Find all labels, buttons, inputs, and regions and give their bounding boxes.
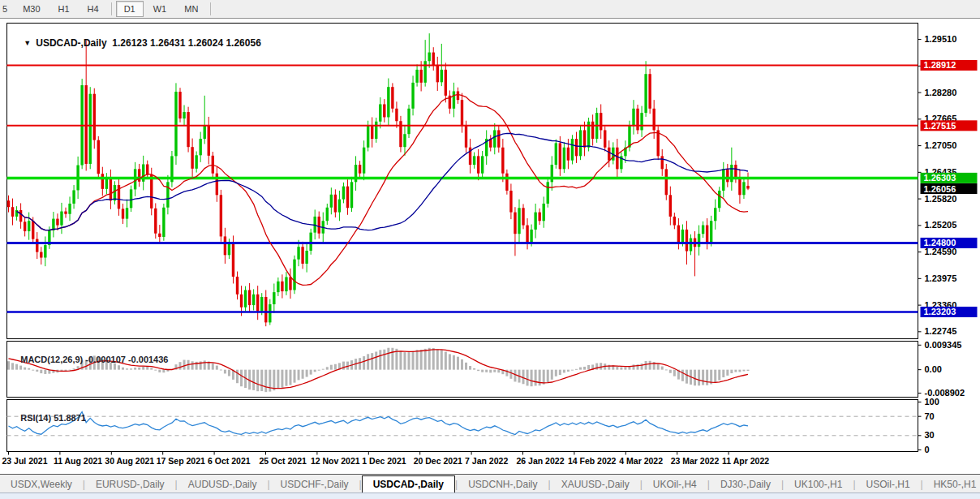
axis-price-label: 1.27515 xyxy=(921,120,978,131)
tab-ukoil-h4[interactable]: UKOil-,H4 xyxy=(643,477,707,493)
toolbar-separator xyxy=(111,2,112,15)
tab-hk50-h1[interactable]: HK50-,H1 xyxy=(923,477,980,493)
tab-usoil-h1[interactable]: USOil-,H1 xyxy=(856,477,921,493)
svg-text:4 Mar 2022: 4 Mar 2022 xyxy=(619,456,663,466)
macd-indicator-label: MACD(12,26,9) -0.000107 -0.001436 xyxy=(11,345,168,374)
svg-text:26 Jan 2022: 26 Jan 2022 xyxy=(517,456,565,466)
svg-text:1.29510: 1.29510 xyxy=(925,34,957,44)
svg-text:14 Feb 2022: 14 Feb 2022 xyxy=(568,456,617,466)
timeframe-button-mn[interactable]: MN xyxy=(176,1,206,17)
timeframe-button-h1[interactable]: H1 xyxy=(50,1,78,17)
svg-text:30: 30 xyxy=(925,430,935,440)
svg-text:12 Nov 2021: 12 Nov 2021 xyxy=(311,456,360,466)
rsi-label-text: RSI(14) xyxy=(20,413,51,423)
svg-text:0.009345: 0.009345 xyxy=(925,340,962,350)
svg-text:23 Mar 2022: 23 Mar 2022 xyxy=(671,456,720,466)
chart-symbol-label: USDCAD-,Daily xyxy=(36,37,106,49)
status-strip xyxy=(0,493,980,499)
timeframe-button-5[interactable]: 5 xyxy=(1,1,13,17)
svg-text:70: 70 xyxy=(925,411,935,421)
tab-usdchf-daily[interactable]: USDCHF-,Daily xyxy=(270,477,359,493)
symbol-dropdown-icon[interactable]: ▼ xyxy=(24,39,31,47)
svg-text:30 Aug 2021: 30 Aug 2021 xyxy=(105,456,154,466)
svg-text:0.00: 0.00 xyxy=(925,364,942,374)
svg-text:1.23975: 1.23975 xyxy=(925,273,957,283)
chart-ohlc-values: 1.26123 1.26431 1.26024 1.26056 xyxy=(112,37,261,49)
macd-axis: 0.0093450.00-0.008902 xyxy=(918,340,965,398)
svg-text:1.24800: 1.24800 xyxy=(924,238,956,247)
tab-xauusd-daily[interactable]: XAUUSD-,Daily xyxy=(551,477,640,493)
tab-uk100-h1[interactable]: UK100-,H1 xyxy=(784,477,853,493)
axis-price-label: 1.24800 xyxy=(921,238,978,248)
axis-price-label: 1.26303 xyxy=(921,173,978,183)
svg-text:1.25820: 1.25820 xyxy=(925,194,957,204)
rsi-value-text: 51.8871 xyxy=(54,413,86,423)
chart-title: ▼USDCAD-,Daily 1.26123 1.26431 1.26024 1… xyxy=(13,26,261,60)
timeframe-button-d1[interactable]: D1 xyxy=(116,1,144,17)
svg-text:1.26303: 1.26303 xyxy=(924,173,956,183)
chart-window[interactable]: 1.295101.288951.282801.276651.270501.264… xyxy=(0,19,980,473)
svg-text:11 Apr 2022: 11 Apr 2022 xyxy=(722,456,769,466)
axis-price-label: 1.26056 xyxy=(921,183,978,194)
svg-text:1 Dec 2021: 1 Dec 2021 xyxy=(362,456,406,466)
timeframe-toolbar: 5M30H1H4D1W1MN xyxy=(0,0,980,19)
svg-text:1.26056: 1.26056 xyxy=(924,184,956,194)
rsi-indicator-label: RSI(14) 51.8871 xyxy=(11,403,86,432)
svg-text:1.25205: 1.25205 xyxy=(925,220,957,230)
svg-text:0: 0 xyxy=(925,445,930,454)
tab-usdcad-daily[interactable]: USDCAD-,Daily xyxy=(362,475,455,493)
svg-text:7 Jan 2022: 7 Jan 2022 xyxy=(465,456,508,466)
svg-text:100: 100 xyxy=(925,397,939,407)
tab-eurusd-daily[interactable]: EURUSD-,Daily xyxy=(85,477,175,493)
svg-text:1.28280: 1.28280 xyxy=(925,88,957,97)
svg-text:23 Jul 2021: 23 Jul 2021 xyxy=(2,456,48,466)
date-axis: 23 Jul 202111 Aug 202130 Aug 202117 Sep … xyxy=(2,452,770,466)
svg-text:1.28912: 1.28912 xyxy=(924,60,956,70)
svg-text:1.22745: 1.22745 xyxy=(925,326,957,336)
rsi-pane xyxy=(7,400,918,452)
tab-usdx-weekly[interactable]: USDX,Weekly xyxy=(0,477,83,493)
svg-text:20 Dec 2021: 20 Dec 2021 xyxy=(414,456,462,466)
tab-audusd-daily[interactable]: AUDUSD-,Daily xyxy=(178,477,268,493)
svg-text:25 Oct 2021: 25 Oct 2021 xyxy=(260,456,307,466)
svg-text:1.27050: 1.27050 xyxy=(925,140,957,150)
timeframe-button-m30[interactable]: M30 xyxy=(15,1,48,17)
tab-usdcnh-daily[interactable]: USDCNH-,Daily xyxy=(458,477,548,493)
tab-dj30-daily[interactable]: DJ30-,Daily xyxy=(710,477,781,493)
svg-text:11 Aug 2021: 11 Aug 2021 xyxy=(54,456,102,466)
macd-values-text: -0.000107 -0.001436 xyxy=(85,355,168,364)
svg-text:6 Oct 2021: 6 Oct 2021 xyxy=(208,456,251,466)
svg-text:1.23203: 1.23203 xyxy=(924,307,956,316)
toolbar-separator xyxy=(210,2,211,15)
chart-canvas[interactable]: 1.295101.288951.282801.276651.270501.264… xyxy=(0,19,980,473)
symbol-tabbar: USDX,Weekly|EURUSD-,Daily|AUDUSD-,Daily|… xyxy=(0,474,980,493)
rsi-axis: 10070300 xyxy=(918,397,939,454)
macd-label-text: MACD(12,26,9) xyxy=(20,355,83,364)
axis-price-label: 1.28912 xyxy=(921,60,978,71)
timeframe-button-h4[interactable]: H4 xyxy=(80,1,107,17)
svg-text:1.27515: 1.27515 xyxy=(924,121,956,131)
timeframe-button-w1[interactable]: W1 xyxy=(145,1,175,17)
svg-text:17 Sep 2021: 17 Sep 2021 xyxy=(157,456,205,466)
axis-price-label: 1.23203 xyxy=(921,307,978,317)
